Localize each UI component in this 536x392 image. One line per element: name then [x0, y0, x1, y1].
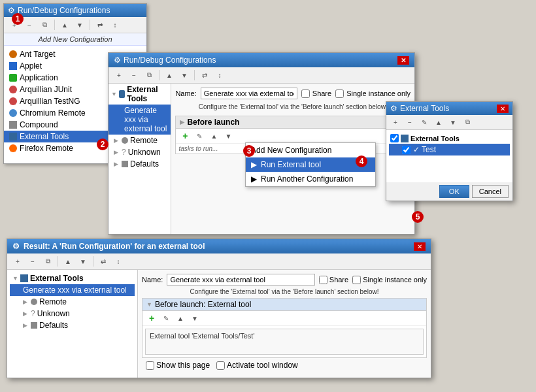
res-generate-item[interactable]: Generate xxx via external tool: [10, 284, 135, 296]
res-share-btn[interactable]: ⇄: [97, 255, 110, 267]
res-add-btn[interactable]: +: [11, 255, 24, 267]
result-name-row: Name: Share Single instance only: [142, 274, 427, 286]
main-remove-btn[interactable]: −: [127, 69, 141, 81]
external-tools-icon: [9, 133, 17, 140]
sort-btn[interactable]: ↕: [109, 19, 122, 31]
ext-add-btn[interactable]: +: [389, 116, 402, 128]
res-bl-down-btn[interactable]: ▼: [188, 312, 201, 324]
run-ext-icon: ▶: [251, 160, 257, 169]
defaults-icon: [122, 161, 128, 167]
main-dialog-title-bar: ⚙ Run/Debug Configurations ✕: [109, 53, 414, 67]
ext-edit-btn[interactable]: ✎: [418, 116, 431, 128]
res-remove-btn[interactable]: −: [26, 255, 39, 267]
main-down-btn[interactable]: ▼: [178, 69, 191, 81]
res-single-checkbox[interactable]: [352, 276, 361, 284]
move-down-btn[interactable]: ▼: [73, 19, 86, 31]
test-checkbox[interactable]: [402, 146, 410, 154]
result-title-bar: ⚙ Result: A 'Run Configuration' for an e…: [7, 239, 431, 253]
res-sort-btn[interactable]: ↕: [112, 255, 125, 267]
result-close-btn[interactable]: ✕: [414, 242, 426, 251]
share-btn[interactable]: ⇄: [93, 19, 107, 31]
ok-button[interactable]: OK: [439, 185, 469, 198]
ext-tools-toolbar: + − ✎ ▲ ▼ ⧉: [386, 115, 512, 130]
name-input[interactable]: [201, 88, 297, 99]
res-remote-icon: [31, 299, 37, 305]
ext-remove-btn[interactable]: −: [403, 116, 416, 128]
res-unknown-item[interactable]: ▶ ? Unknown: [10, 308, 135, 319]
share-label: Share: [312, 90, 331, 97]
res-copy-btn[interactable]: ⧉: [41, 255, 54, 267]
bl-edit-btn[interactable]: ✎: [193, 130, 206, 142]
run-another-label: Run Another Configuration: [261, 174, 353, 184]
ext-up-btn[interactable]: ▲: [432, 116, 445, 128]
add-new-config-bar[interactable]: Add New Configuration: [4, 33, 146, 46]
result-window: ⚙ Result: A 'Run Configuration' for an e…: [7, 238, 431, 378]
toolbar-separator2: [90, 20, 90, 30]
ext-tools-title-icon: ⚙: [390, 104, 397, 113]
res-bl-header: ▼ Before launch: External tool: [142, 299, 426, 311]
before-launch-toolbar: + ✎ ▲ ▼: [176, 129, 410, 144]
single-instance-checkbox[interactable]: [335, 90, 344, 98]
res-share-checkbox[interactable]: [319, 276, 327, 284]
application-icon: [9, 74, 17, 82]
res-bl-edit-btn[interactable]: ✎: [159, 312, 173, 324]
activate-tool-checkbox[interactable]: [216, 361, 225, 370]
ext-test-item[interactable]: ✓ Test: [389, 144, 510, 155]
move-up-btn[interactable]: ▲: [58, 19, 71, 31]
res-name-label: Name:: [142, 276, 163, 284]
dropdown-run-another-config[interactable]: ▶ Run Another Configuration: [246, 172, 375, 186]
step5-badge: 5: [412, 211, 424, 223]
test-label: ✓ Test: [413, 145, 436, 154]
dropdown-add-new-config[interactable]: Add New Configuration: [246, 143, 375, 157]
res-remote-item[interactable]: ▶ Remote: [10, 296, 135, 308]
step2-badge: 2: [97, 139, 109, 150]
res-up-btn[interactable]: ▲: [61, 255, 75, 267]
step4-badge: 4: [356, 155, 367, 167]
res-bl-content: External tool 'External Tools/Test': [145, 329, 424, 355]
show-page-checkbox[interactable]: [146, 361, 154, 370]
copy-config-btn[interactable]: ⧉: [38, 19, 51, 31]
main-up-btn[interactable]: ▲: [163, 69, 176, 81]
ext-down-btn[interactable]: ▼: [446, 116, 460, 128]
activate-tool-label: Activate tool window: [216, 361, 298, 370]
cancel-button[interactable]: Cancel: [472, 185, 509, 198]
res-name-input[interactable]: [167, 274, 314, 286]
chromium-icon: [9, 109, 17, 117]
res-bl-add-btn[interactable]: +: [145, 312, 158, 324]
ext-tools-close-btn[interactable]: ✕: [497, 105, 509, 113]
share-checkbox[interactable]: [301, 90, 310, 98]
defaults-item[interactable]: ▶ Defaults: [109, 158, 171, 170]
remote-item[interactable]: ▶ Remote: [109, 135, 171, 146]
main-share-btn2[interactable]: ⇄: [198, 69, 211, 81]
ext-tools-tree: External Tools ✓ Test: [386, 130, 512, 182]
unknown-item[interactable]: ▶ ? Unknown: [109, 146, 171, 158]
res-bl-up-btn[interactable]: ▲: [174, 312, 187, 324]
remove-config-btn[interactable]: −: [23, 19, 36, 31]
ant-icon: [9, 50, 17, 58]
res-defaults-icon: [31, 322, 37, 329]
bl-add-btn[interactable]: +: [178, 130, 192, 142]
main-dialog-close-btn[interactable]: ✕: [397, 56, 409, 65]
bl-down-btn[interactable]: ▼: [222, 130, 235, 142]
ext-tools-group-icon: [119, 90, 125, 98]
ext-copy-btn[interactable]: ⧉: [461, 116, 474, 128]
bl-up-btn[interactable]: ▲: [207, 130, 220, 142]
result-before-launch: ▼ Before launch: External tool + ✎ ▲ ▼ E…: [142, 298, 427, 358]
res-defaults-item[interactable]: ▶ Defaults: [10, 319, 135, 331]
main-dialog-toolbar: + − ⧉ ▲ ▼ ⇄ ↕: [109, 67, 414, 84]
main-add-btn[interactable]: +: [112, 69, 126, 81]
ext-tools-group-checkbox[interactable]: [390, 134, 399, 142]
unknown-icon: ?: [122, 148, 126, 157]
main-copy-btn[interactable]: ⧉: [142, 69, 156, 81]
arquillian-testng-icon: [9, 97, 17, 105]
ext-dialog-buttons: OK Cancel: [386, 182, 512, 201]
external-tools-popup: ⚙ External Tools ✕ + − ✎ ▲ ▼ ⧉ External …: [386, 101, 513, 201]
res-ext-icon: [20, 274, 28, 282]
res-ext-group-header: ▼ External Tools: [10, 272, 135, 284]
single-instance-row: Single instance only: [335, 90, 410, 98]
main-sort-btn[interactable]: ↕: [213, 69, 226, 81]
res-bl-label: Before launch: External tool: [155, 300, 251, 309]
generate-config-item[interactable]: Generate xxx via external tool: [109, 105, 171, 135]
res-down-btn[interactable]: ▼: [76, 255, 90, 267]
name-label: Name:: [175, 90, 196, 97]
